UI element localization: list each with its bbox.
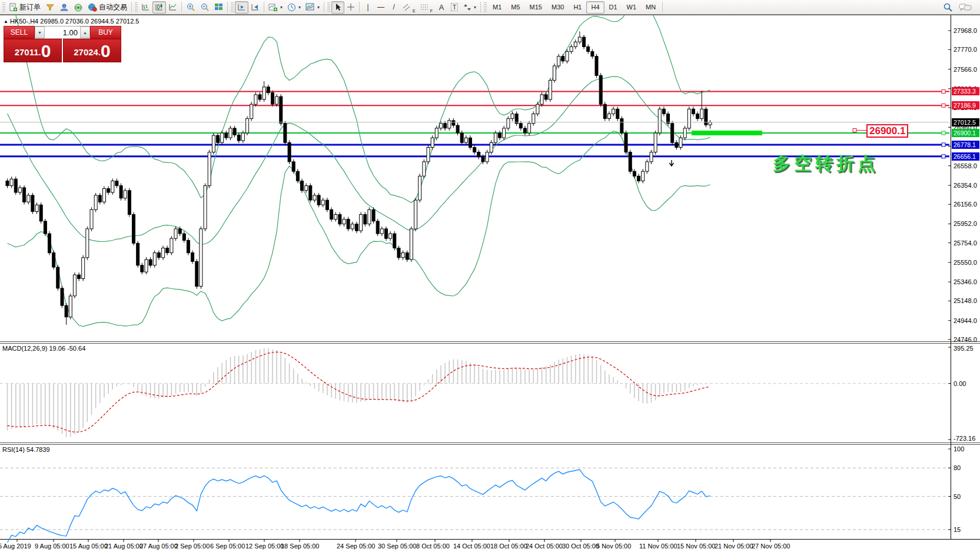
time-axis-label: 27 Aug 05:00 [139,543,178,550]
sell-price-big-digit: 0 [41,42,51,60]
price-tick-label: 25148.0 [954,297,977,304]
text-tool[interactable]: A [435,1,448,14]
new-order-button[interactable]: 新订单 [6,1,43,14]
sell-price-display[interactable]: 27011.0 [4,39,62,62]
indicators-caret-icon: ▾ [280,5,283,10]
timeframe-button-M1[interactable]: M1 [488,1,506,14]
timeframe-button-M15[interactable]: M15 [525,1,547,14]
time-axis-label: 24 Sep 05:00 [337,543,375,550]
symbol-header: ▲HK50-,H4 26985.0 27036.0 26944.5 27012.… [4,18,139,25]
new-order-label: 新订单 [19,2,41,12]
arrows-tool[interactable]: ▾ [461,1,479,14]
indicators-button[interactable]: ▾ [266,1,285,14]
community-button[interactable] [57,1,71,14]
candlestick-chart-icon [155,3,164,11]
crosshair-icon [347,3,355,11]
price-tick-label: 25952.0 [954,220,977,227]
current-price-tag: 27012.5 [952,118,979,127]
time-axis-label: 15 Nov 05:00 [677,543,715,550]
price-level-label-box[interactable]: 26900.1 [866,124,908,138]
timeframe-button-H1[interactable]: H1 [569,1,586,14]
channel-icon [403,4,411,11]
buy-price-big-digit: 0 [101,42,111,60]
auto-scroll-button[interactable] [235,1,248,14]
one-click-trade-panel: SELL ▼ ▲ BUY 27011.0 27024.0 [4,26,121,62]
channel-suffix: E [413,9,416,13]
price-tick-label: 27968.0 [954,27,977,34]
buy-button[interactable]: BUY [90,26,121,39]
autotrading-button[interactable]: 自动交易 [85,1,129,14]
signals-button[interactable] [71,1,85,14]
autotrading-icon [88,3,97,12]
tile-windows-button[interactable] [212,1,225,14]
label-tool-icon: T [451,3,459,11]
time-axis-label: 30 Oct 05:00 [562,543,599,550]
time-axis-label: 18 Sep 05:00 [281,543,319,550]
indicators-icon [268,3,278,12]
community-person-icon [59,3,69,12]
volume-increase-button[interactable]: ▲ [80,26,90,38]
sell-button[interactable]: SELL [4,26,35,39]
label-tool[interactable]: T [448,1,461,14]
collapse-triangle-icon[interactable]: ▲ [4,19,8,24]
timeframe-button-M30[interactable]: M30 [547,1,569,14]
candlestick-chart-button[interactable] [152,1,166,14]
horizontal-line-tool[interactable]: — [374,1,387,14]
line-chart-button[interactable] [166,1,180,14]
time-axis-label: 15 Aug 05:00 [69,543,108,550]
templates-caret-icon: ▾ [317,5,320,10]
time-axis-label: 14 Oct 05:00 [453,543,490,550]
timeframe-button-H4[interactable]: H4 [586,1,604,14]
tile-windows-icon [214,3,223,11]
time-axis-label: 21 Nov 05:00 [715,543,753,550]
price-tick-label: 26558.0 [954,162,977,169]
text-tool-icon: A [439,3,444,12]
zoom-in-button[interactable] [184,1,198,14]
fibo-suffix: F [430,9,433,13]
crosshair-button[interactable] [344,1,357,14]
volume-input[interactable] [45,26,80,38]
toolbar: 新订单 自动交易 [0,0,980,15]
trendline-tool[interactable]: / [387,1,400,14]
channel-tool[interactable]: E [400,1,418,14]
price-tick-label: 26156.0 [954,201,977,208]
price-tick-label: 27770.0 [954,46,977,53]
fibonacci-icon [420,4,428,11]
time-axis-label: 24 Oct 05:00 [526,543,563,550]
timeframe-button-MN[interactable]: MN [641,1,660,14]
buy-price-display[interactable]: 27024.0 [63,39,121,62]
macd-axis-max: 395.25 [954,345,974,352]
time-axis-label: 11 Nov 05:00 [639,543,677,550]
zoom-out-button[interactable] [198,1,212,14]
rsi-indicator-label: RSI(14) 54.7839 [2,446,50,453]
periods-caret-icon: ▾ [298,5,301,10]
arrows-caret-icon: ▾ [474,5,476,10]
periods-button[interactable]: ▾ [285,1,303,14]
price-line-tag: 26656.1 [952,152,979,161]
market-depth-button[interactable] [43,1,57,14]
chart-shift-icon [251,3,260,11]
time-axis-label: 5 Nov 05:00 [596,543,631,550]
timeframe-button-W1[interactable]: W1 [622,1,642,14]
timeframe-button-D1[interactable]: D1 [604,1,622,14]
vertical-line-tool[interactable]: | [361,1,374,14]
chart-shift-button[interactable] [248,1,262,14]
rsi-axis-label: 15 [954,526,961,533]
trendline-icon: / [393,3,394,11]
templates-button[interactable]: ▾ [303,1,322,14]
rsi-axis-label: 100 [954,445,964,452]
search-icon[interactable] [943,2,953,12]
price-line-tag: 26900.1 [952,129,979,137]
autotrading-label: 自动交易 [99,2,127,12]
timeframe-button-M5[interactable]: M5 [506,1,524,14]
chat-icon[interactable] [959,3,972,12]
volume-decrease-button[interactable]: ▼ [35,26,45,38]
bar-chart-icon [141,3,150,11]
auto-scroll-icon [237,3,246,11]
price-tick-label: 25346.0 [954,278,977,285]
bar-chart-button[interactable] [139,1,152,14]
fibonacci-tool[interactable]: F [418,1,435,14]
cursor-button[interactable] [331,1,344,14]
macd-axis-zero: 0.00 [954,380,966,387]
price-line-tag: 27186.9 [952,101,979,109]
